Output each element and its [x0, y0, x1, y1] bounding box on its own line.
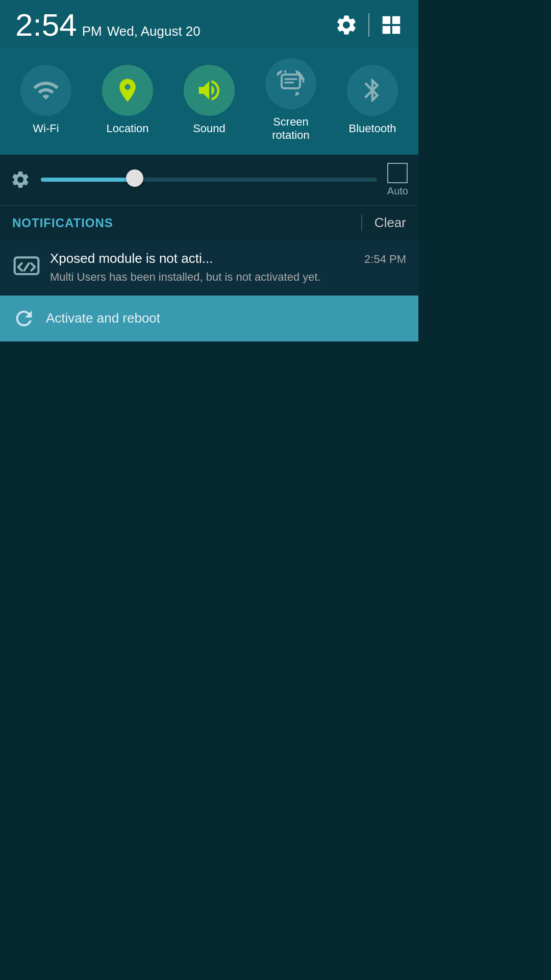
reboot-icon [12, 307, 36, 330]
location-icon [114, 77, 141, 104]
auto-brightness-block[interactable]: Auto [387, 163, 408, 197]
notification-card: Xposed module is not acti... 2:54 PM Mul… [0, 240, 418, 296]
grid-icon[interactable] [380, 13, 403, 37]
toggle-location[interactable]: Location [102, 65, 153, 135]
rotation-icon [277, 70, 305, 97]
notif-header-divider [361, 215, 362, 231]
status-icons [335, 13, 403, 37]
auto-checkbox[interactable] [387, 163, 408, 183]
svg-line-2 [24, 263, 29, 271]
xposed-icon [12, 253, 41, 281]
screen-rotation-label: Screenrotation [272, 115, 309, 142]
bluetooth-circle [347, 65, 398, 116]
clock-time: 2:54 [15, 9, 77, 41]
wifi-label: Wi-Fi [33, 122, 59, 135]
activate-reboot-button[interactable]: Activate and reboot [0, 296, 418, 341]
slider-thumb[interactable] [126, 169, 143, 187]
bluetooth-label: Bluetooth [349, 122, 396, 135]
rotation-circle [265, 58, 316, 109]
clear-button[interactable]: Clear [374, 215, 406, 231]
notification-row: Xposed module is not acti... 2:54 PM Mul… [12, 251, 406, 296]
wifi-icon [32, 77, 60, 104]
status-date: Wed, August 20 [107, 23, 201, 39]
svg-rect-0 [282, 75, 300, 88]
notif-title-row: Xposed module is not acti... 2:54 PM [50, 251, 406, 266]
empty-screen-area [0, 341, 418, 801]
clock-ampm: PM [82, 23, 102, 39]
notification-content: Xposed module is not acti... 2:54 PM Mul… [50, 251, 406, 285]
location-label: Location [106, 122, 148, 135]
brightness-bar: Auto [0, 155, 418, 205]
wifi-circle [20, 65, 71, 116]
notification-time: 2:54 PM [364, 253, 406, 266]
settings-icon[interactable] [335, 13, 358, 37]
location-circle [102, 65, 153, 116]
brightness-settings-icon[interactable] [10, 169, 31, 190]
brightness-slider[interactable] [41, 178, 377, 182]
sound-icon [195, 77, 223, 104]
time-block: 2:54 PM Wed, August 20 [15, 9, 201, 41]
slider-track [41, 178, 377, 182]
sound-label: Sound [193, 122, 226, 135]
quick-toggles-panel: Wi-Fi Location Sound [0, 48, 418, 155]
toggle-bluetooth[interactable]: Bluetooth [347, 65, 398, 135]
notifications-header: NOTIFICATIONS Clear [0, 205, 418, 240]
notification-title: Xposed module is not acti... [50, 251, 213, 266]
toggle-screen-rotation[interactable]: Screenrotation [265, 58, 316, 142]
toggle-sound[interactable]: Sound [184, 65, 235, 135]
bluetooth-icon [359, 77, 386, 104]
activate-reboot-label: Activate and reboot [46, 310, 160, 326]
notification-body: Multi Users has been installed, but is n… [50, 271, 321, 283]
slider-fill [41, 178, 135, 182]
header-divider [368, 13, 369, 37]
notifications-title: NOTIFICATIONS [12, 216, 361, 230]
toggle-wifi[interactable]: Wi-Fi [20, 65, 71, 135]
sound-circle [184, 65, 235, 116]
auto-label: Auto [387, 185, 408, 197]
status-bar: 2:54 PM Wed, August 20 [0, 0, 418, 48]
